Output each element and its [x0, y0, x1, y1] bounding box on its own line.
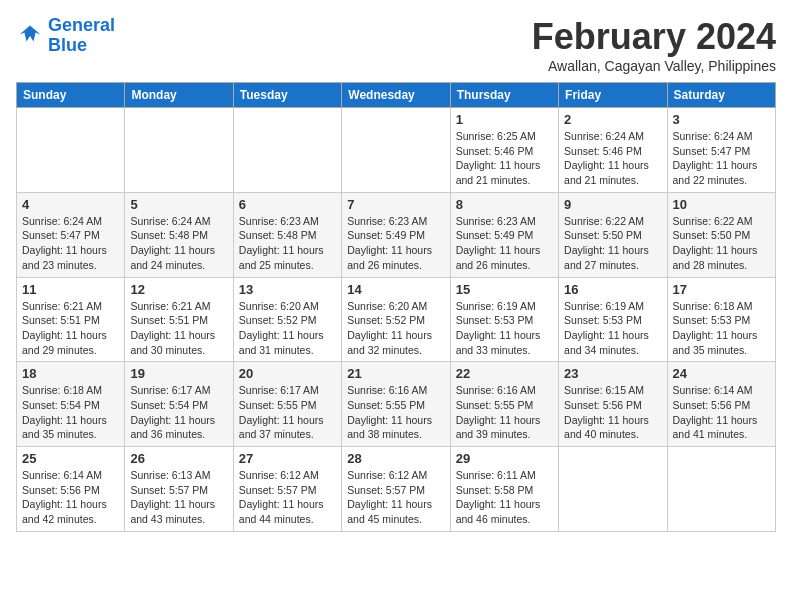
day-info: Sunrise: 6:18 AM Sunset: 5:54 PM Dayligh… [22, 383, 119, 442]
calendar-cell: 3Sunrise: 6:24 AM Sunset: 5:47 PM Daylig… [667, 108, 775, 193]
day-number: 19 [130, 366, 227, 381]
day-info: Sunrise: 6:23 AM Sunset: 5:49 PM Dayligh… [347, 214, 444, 273]
month-title: February 2024 [532, 16, 776, 58]
day-header-thursday: Thursday [450, 83, 558, 108]
calendar-cell: 26Sunrise: 6:13 AM Sunset: 5:57 PM Dayli… [125, 447, 233, 532]
day-number: 10 [673, 197, 770, 212]
day-number: 4 [22, 197, 119, 212]
calendar-cell: 7Sunrise: 6:23 AM Sunset: 5:49 PM Daylig… [342, 192, 450, 277]
calendar-cell: 12Sunrise: 6:21 AM Sunset: 5:51 PM Dayli… [125, 277, 233, 362]
calendar-cell: 4Sunrise: 6:24 AM Sunset: 5:47 PM Daylig… [17, 192, 125, 277]
location-subtitle: Awallan, Cagayan Valley, Philippines [532, 58, 776, 74]
day-number: 29 [456, 451, 553, 466]
day-info: Sunrise: 6:24 AM Sunset: 5:47 PM Dayligh… [22, 214, 119, 273]
day-info: Sunrise: 6:14 AM Sunset: 5:56 PM Dayligh… [673, 383, 770, 442]
day-number: 11 [22, 282, 119, 297]
logo: General Blue [16, 16, 115, 56]
day-number: 9 [564, 197, 661, 212]
calendar-cell [125, 108, 233, 193]
page-header: General Blue February 2024 Awallan, Caga… [16, 16, 776, 74]
day-info: Sunrise: 6:23 AM Sunset: 5:48 PM Dayligh… [239, 214, 336, 273]
logo-icon [16, 22, 44, 50]
calendar-cell: 5Sunrise: 6:24 AM Sunset: 5:48 PM Daylig… [125, 192, 233, 277]
day-info: Sunrise: 6:19 AM Sunset: 5:53 PM Dayligh… [564, 299, 661, 358]
calendar-cell: 19Sunrise: 6:17 AM Sunset: 5:54 PM Dayli… [125, 362, 233, 447]
calendar-cell: 21Sunrise: 6:16 AM Sunset: 5:55 PM Dayli… [342, 362, 450, 447]
day-info: Sunrise: 6:13 AM Sunset: 5:57 PM Dayligh… [130, 468, 227, 527]
day-info: Sunrise: 6:19 AM Sunset: 5:53 PM Dayligh… [456, 299, 553, 358]
day-info: Sunrise: 6:17 AM Sunset: 5:55 PM Dayligh… [239, 383, 336, 442]
day-info: Sunrise: 6:24 AM Sunset: 5:48 PM Dayligh… [130, 214, 227, 273]
calendar-cell [342, 108, 450, 193]
day-number: 6 [239, 197, 336, 212]
calendar-cell: 25Sunrise: 6:14 AM Sunset: 5:56 PM Dayli… [17, 447, 125, 532]
calendar-cell: 8Sunrise: 6:23 AM Sunset: 5:49 PM Daylig… [450, 192, 558, 277]
day-info: Sunrise: 6:23 AM Sunset: 5:49 PM Dayligh… [456, 214, 553, 273]
day-number: 24 [673, 366, 770, 381]
calendar-cell: 17Sunrise: 6:18 AM Sunset: 5:53 PM Dayli… [667, 277, 775, 362]
svg-marker-0 [20, 25, 41, 41]
calendar-cell [559, 447, 667, 532]
day-info: Sunrise: 6:15 AM Sunset: 5:56 PM Dayligh… [564, 383, 661, 442]
day-info: Sunrise: 6:21 AM Sunset: 5:51 PM Dayligh… [130, 299, 227, 358]
day-header-sunday: Sunday [17, 83, 125, 108]
calendar-cell: 11Sunrise: 6:21 AM Sunset: 5:51 PM Dayli… [17, 277, 125, 362]
day-number: 7 [347, 197, 444, 212]
calendar-cell: 23Sunrise: 6:15 AM Sunset: 5:56 PM Dayli… [559, 362, 667, 447]
day-number: 1 [456, 112, 553, 127]
day-number: 2 [564, 112, 661, 127]
calendar-table: SundayMondayTuesdayWednesdayThursdayFrid… [16, 82, 776, 532]
day-number: 23 [564, 366, 661, 381]
day-header-tuesday: Tuesday [233, 83, 341, 108]
calendar-cell: 28Sunrise: 6:12 AM Sunset: 5:57 PM Dayli… [342, 447, 450, 532]
day-number: 15 [456, 282, 553, 297]
calendar-week-row: 18Sunrise: 6:18 AM Sunset: 5:54 PM Dayli… [17, 362, 776, 447]
day-info: Sunrise: 6:25 AM Sunset: 5:46 PM Dayligh… [456, 129, 553, 188]
calendar-cell: 29Sunrise: 6:11 AM Sunset: 5:58 PM Dayli… [450, 447, 558, 532]
calendar-cell: 27Sunrise: 6:12 AM Sunset: 5:57 PM Dayli… [233, 447, 341, 532]
day-number: 8 [456, 197, 553, 212]
day-number: 27 [239, 451, 336, 466]
day-number: 13 [239, 282, 336, 297]
day-info: Sunrise: 6:20 AM Sunset: 5:52 PM Dayligh… [347, 299, 444, 358]
day-info: Sunrise: 6:14 AM Sunset: 5:56 PM Dayligh… [22, 468, 119, 527]
calendar-cell [667, 447, 775, 532]
day-number: 28 [347, 451, 444, 466]
calendar-cell: 14Sunrise: 6:20 AM Sunset: 5:52 PM Dayli… [342, 277, 450, 362]
day-info: Sunrise: 6:17 AM Sunset: 5:54 PM Dayligh… [130, 383, 227, 442]
day-number: 25 [22, 451, 119, 466]
calendar-cell: 22Sunrise: 6:16 AM Sunset: 5:55 PM Dayli… [450, 362, 558, 447]
calendar-week-row: 4Sunrise: 6:24 AM Sunset: 5:47 PM Daylig… [17, 192, 776, 277]
day-header-saturday: Saturday [667, 83, 775, 108]
calendar-cell: 24Sunrise: 6:14 AM Sunset: 5:56 PM Dayli… [667, 362, 775, 447]
day-info: Sunrise: 6:12 AM Sunset: 5:57 PM Dayligh… [239, 468, 336, 527]
calendar-week-row: 11Sunrise: 6:21 AM Sunset: 5:51 PM Dayli… [17, 277, 776, 362]
calendar-header-row: SundayMondayTuesdayWednesdayThursdayFrid… [17, 83, 776, 108]
day-number: 14 [347, 282, 444, 297]
calendar-cell [17, 108, 125, 193]
calendar-week-row: 25Sunrise: 6:14 AM Sunset: 5:56 PM Dayli… [17, 447, 776, 532]
calendar-week-row: 1Sunrise: 6:25 AM Sunset: 5:46 PM Daylig… [17, 108, 776, 193]
day-info: Sunrise: 6:11 AM Sunset: 5:58 PM Dayligh… [456, 468, 553, 527]
day-info: Sunrise: 6:24 AM Sunset: 5:46 PM Dayligh… [564, 129, 661, 188]
calendar-cell: 15Sunrise: 6:19 AM Sunset: 5:53 PM Dayli… [450, 277, 558, 362]
calendar-cell [233, 108, 341, 193]
day-number: 20 [239, 366, 336, 381]
day-number: 18 [22, 366, 119, 381]
day-info: Sunrise: 6:16 AM Sunset: 5:55 PM Dayligh… [456, 383, 553, 442]
day-number: 17 [673, 282, 770, 297]
day-header-monday: Monday [125, 83, 233, 108]
calendar-cell: 9Sunrise: 6:22 AM Sunset: 5:50 PM Daylig… [559, 192, 667, 277]
calendar-cell: 6Sunrise: 6:23 AM Sunset: 5:48 PM Daylig… [233, 192, 341, 277]
calendar-cell: 16Sunrise: 6:19 AM Sunset: 5:53 PM Dayli… [559, 277, 667, 362]
day-number: 5 [130, 197, 227, 212]
logo-text: General Blue [48, 16, 115, 56]
day-number: 26 [130, 451, 227, 466]
day-number: 21 [347, 366, 444, 381]
day-info: Sunrise: 6:20 AM Sunset: 5:52 PM Dayligh… [239, 299, 336, 358]
day-info: Sunrise: 6:12 AM Sunset: 5:57 PM Dayligh… [347, 468, 444, 527]
day-info: Sunrise: 6:16 AM Sunset: 5:55 PM Dayligh… [347, 383, 444, 442]
calendar-cell: 20Sunrise: 6:17 AM Sunset: 5:55 PM Dayli… [233, 362, 341, 447]
day-info: Sunrise: 6:22 AM Sunset: 5:50 PM Dayligh… [673, 214, 770, 273]
day-number: 16 [564, 282, 661, 297]
